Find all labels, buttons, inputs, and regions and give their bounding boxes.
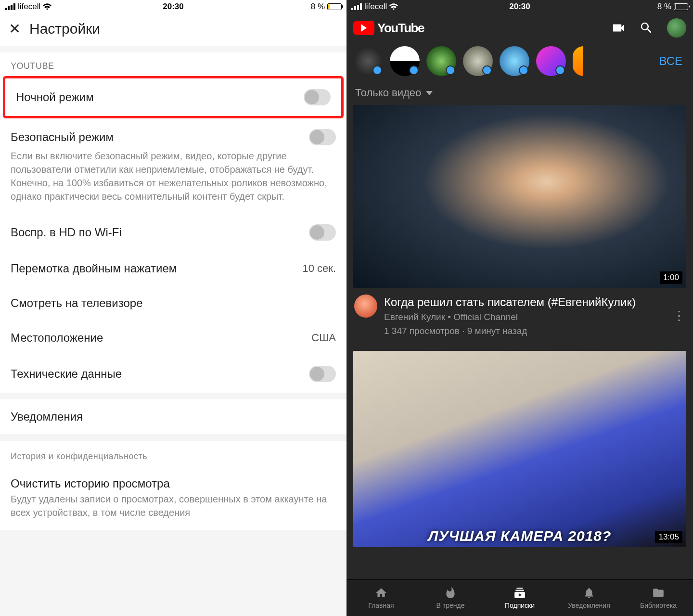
video-channel: Евгений Кулик • Official Channel: [384, 311, 666, 323]
notifications-group: Уведомления: [0, 399, 346, 434]
history-section-label: История и конфиденциальность: [0, 441, 346, 466]
battery-icon: [327, 3, 342, 10]
video-thumbnail[interactable]: 1:00: [353, 105, 686, 288]
battery-percent: 8 %: [311, 2, 325, 12]
search-icon[interactable]: [639, 21, 654, 35]
channel-avatar[interactable]: [500, 46, 529, 76]
channel-avatar[interactable]: [426, 46, 456, 76]
section-label: YOUTUBE: [0, 52, 346, 76]
bell-icon: [582, 587, 596, 599]
channel-avatar[interactable]: [390, 46, 420, 76]
night-mode-highlight: Ночной режим: [3, 76, 344, 118]
settings-screen: lifecell 20:30 8 % ✕ Настройки YOUTUBE Н…: [0, 0, 346, 616]
carrier-label: lifecell: [364, 2, 387, 12]
filter-label: Только видео: [355, 87, 421, 99]
nav-notifications[interactable]: Уведомления: [554, 580, 624, 616]
wifi-icon: [389, 3, 398, 10]
notifications-row[interactable]: Уведомления: [0, 399, 346, 434]
nav-library-label: Библиотека: [640, 602, 677, 609]
restricted-desc: Если вы включите безопасный режим, видео…: [0, 149, 346, 214]
video-meta: Когда решил стать писателем (#ЕвгенийКул…: [353, 288, 686, 337]
signal-icon: [351, 3, 362, 10]
double-tap-value: 10 сек.: [302, 262, 336, 275]
clear-history-row[interactable]: Очистить историю просмотра: [0, 466, 346, 492]
restricted-label: Безопасный режим: [11, 130, 114, 144]
status-bar-light: lifecell 20:30 8 %: [0, 0, 346, 13]
youtube-logo[interactable]: YouTube: [353, 21, 424, 36]
tv-label: Смотреть на телевизоре: [11, 296, 143, 310]
battery-percent: 8 %: [657, 2, 671, 12]
all-channels-button[interactable]: ВСЕ: [659, 54, 686, 68]
nav-notif-label: Уведомления: [568, 602, 610, 609]
channel-avatar-small[interactable]: [354, 295, 377, 318]
night-mode-row[interactable]: Ночной режим: [5, 78, 341, 116]
video-card[interactable]: 1:00 Когда решил стать писателем (#Евген…: [353, 105, 686, 337]
hd-wifi-toggle[interactable]: [309, 224, 336, 241]
subscriptions-icon: [513, 587, 526, 599]
camera-icon[interactable]: [611, 21, 626, 35]
nav-home-label: Главная: [368, 602, 394, 609]
nav-trending[interactable]: В тренде: [416, 580, 485, 616]
more-icon[interactable]: ⋮: [673, 308, 685, 323]
hd-wifi-row[interactable]: Воспр. в HD по Wi-Fi: [0, 214, 346, 251]
clear-history-desc: Будут удалены записи о просмотрах, совер…: [0, 492, 346, 530]
battery-icon: [674, 3, 688, 10]
wifi-icon: [43, 3, 51, 10]
youtube-header: YouTube: [346, 13, 693, 42]
chevron-down-icon: [426, 91, 433, 95]
video-thumbnail[interactable]: ЛУЧШАЯ КАМЕРА 2018? 13:05: [353, 351, 686, 547]
nav-library[interactable]: Библиотека: [624, 580, 693, 616]
youtube-subscriptions-screen: lifecell 20:30 8 % YouTube ВСЕ Только ви…: [346, 0, 693, 616]
hd-wifi-label: Воспр. в HD по Wi-Fi: [11, 226, 122, 239]
youtube-play-icon: [353, 21, 374, 35]
restricted-toggle[interactable]: [309, 129, 336, 145]
channel-avatar[interactable]: [463, 46, 493, 76]
restricted-mode-row[interactable]: Безопасный режим: [0, 118, 346, 149]
nav-subs-label: Подписки: [505, 602, 535, 609]
page-title: Настройки: [29, 21, 100, 37]
nav-trending-label: В тренде: [436, 602, 465, 609]
status-time: 20:30: [163, 2, 183, 12]
youtube-wordmark: YouTube: [377, 21, 424, 36]
video-card[interactable]: ЛУЧШАЯ КАМЕРА 2018? 13:05: [353, 351, 686, 547]
double-tap-row[interactable]: Перемотка двойным нажатием 10 сек.: [0, 251, 346, 286]
signal-icon: [5, 3, 15, 10]
video-stats: 1 347 просмотров · 9 минут назад: [384, 325, 666, 337]
tech-label: Технические данные: [11, 367, 122, 381]
settings-header: ✕ Настройки: [0, 13, 346, 46]
tv-row[interactable]: Смотреть на телевизоре: [0, 286, 346, 321]
filter-dropdown[interactable]: Только видео: [346, 80, 693, 105]
status-bar-dark: lifecell 20:30 8 %: [346, 0, 693, 13]
channel-avatar[interactable]: [353, 46, 383, 76]
nav-subscriptions[interactable]: Подписки: [485, 580, 554, 616]
close-icon[interactable]: ✕: [9, 20, 21, 37]
nav-home[interactable]: Главная: [346, 580, 416, 616]
tech-toggle[interactable]: [309, 366, 336, 382]
clear-history-label: Очистить историю просмотра: [11, 477, 170, 490]
folder-icon: [652, 587, 665, 599]
notifications-label: Уведомления: [11, 410, 83, 424]
night-mode-label: Ночной режим: [16, 90, 94, 104]
account-avatar[interactable]: [667, 18, 686, 38]
double-tap-label: Перемотка двойным нажатием: [11, 262, 177, 275]
location-label: Местоположение: [11, 331, 103, 345]
youtube-settings-group: YOUTUBE Ночной режим Безопасный режим Ес…: [0, 52, 346, 393]
channel-avatar[interactable]: [573, 46, 583, 76]
location-value: США: [311, 332, 336, 344]
location-row[interactable]: Местоположение США: [0, 321, 346, 355]
night-mode-toggle[interactable]: [304, 89, 331, 105]
video-duration: 13:05: [655, 531, 682, 543]
history-group: История и конфиденциальность Очистить ис…: [0, 441, 346, 530]
video-title[interactable]: Когда решил стать писателем (#ЕвгенийКул…: [384, 295, 666, 309]
channel-strip[interactable]: ВСЕ: [346, 42, 693, 80]
channel-avatar[interactable]: [536, 46, 566, 76]
status-time: 20:30: [509, 2, 530, 12]
tech-row[interactable]: Технические данные: [0, 355, 346, 393]
home-icon: [374, 587, 388, 599]
fire-icon: [444, 587, 457, 599]
thumbnail-caption: ЛУЧШАЯ КАМЕРА 2018?: [428, 528, 612, 544]
bottom-nav: Главная В тренде Подписки Уведомления Би…: [346, 579, 693, 616]
carrier-label: lifecell: [18, 2, 40, 12]
video-duration: 1:00: [660, 271, 682, 284]
